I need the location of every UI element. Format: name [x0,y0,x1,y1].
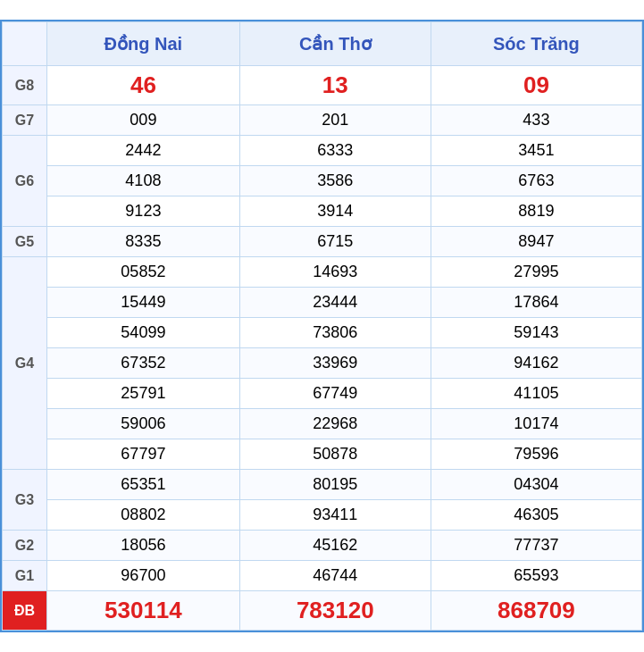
row-label: G1 [3,561,47,591]
table-row-db: ĐB530114783120868709 [3,591,642,631]
row-value-0: 4108 [47,166,240,196]
row-value-0: 96700 [47,561,240,591]
table-row: G7009201433 [3,105,642,136]
row-value-2: 3451 [431,136,641,166]
row-value-2: 41105 [431,379,641,409]
table-row: 088029341146305 [3,500,642,531]
row-value-0: 67352 [47,348,240,379]
row-value-2: 59143 [431,318,641,348]
row-value-db-0: 530114 [47,591,240,631]
row-value-1: 67749 [239,379,431,409]
row-value-1: 6333 [239,136,431,166]
row-value-0: 59006 [47,409,240,439]
table-row: G4058521469327995 [3,257,642,288]
row-label-db: ĐB [3,591,47,631]
row-value-2: 8947 [431,227,641,257]
table-row: G1967004674465593 [3,561,642,591]
row-value-0: 25791 [47,379,240,409]
row-value-db-2: 868709 [431,591,641,631]
table-row: 673523396994162 [3,348,642,379]
row-label: G8 [3,66,47,105]
row-value-2: 10174 [431,409,641,439]
row-value-2: 09 [431,66,641,105]
table-row: G8461309 [3,66,642,105]
row-label: G3 [3,470,47,531]
row-value-0: 46 [47,66,240,105]
row-value-2: 433 [431,105,641,136]
row-label: G6 [3,136,47,227]
row-value-1: 13 [239,66,431,105]
row-value-2: 27995 [431,257,641,288]
row-label: G5 [3,227,47,257]
table-row: 677975087879596 [3,439,642,470]
row-value-1: 201 [239,105,431,136]
row-value-2: 94162 [431,348,641,379]
table-row: 540997380659143 [3,318,642,348]
header-col1: Đồng Nai [47,22,240,66]
row-value-0: 08802 [47,500,240,531]
row-value-1: 3914 [239,196,431,227]
header-col2: Cần Thơ [239,22,431,66]
row-label: G4 [3,257,47,470]
row-value-1: 23444 [239,288,431,318]
table-row: G2180564516277737 [3,531,642,561]
row-value-2: 17864 [431,288,641,318]
table-row: 590062296810174 [3,409,642,439]
row-value-1: 73806 [239,318,431,348]
row-value-1: 33969 [239,348,431,379]
row-value-2: 79596 [431,439,641,470]
row-label: G2 [3,531,47,561]
table-row: 410835866763 [3,166,642,196]
table-row: 912339148819 [3,196,642,227]
row-value-1: 93411 [239,500,431,531]
row-value-0: 2442 [47,136,240,166]
lottery-table: Đồng Nai Cần Thơ Sóc Trăng G8461309G7009… [0,20,644,632]
row-value-0: 54099 [47,318,240,348]
row-value-0: 009 [47,105,240,136]
row-value-1: 3586 [239,166,431,196]
row-value-2: 8819 [431,196,641,227]
row-value-1: 6715 [239,227,431,257]
row-value-1: 50878 [239,439,431,470]
row-value-0: 8335 [47,227,240,257]
row-value-0: 05852 [47,257,240,288]
row-value-2: 6763 [431,166,641,196]
row-value-1: 80195 [239,470,431,500]
row-value-2: 04304 [431,470,641,500]
row-value-1: 22968 [239,409,431,439]
row-label: G7 [3,105,47,136]
header-col3: Sóc Trăng [431,22,641,66]
row-value-0: 9123 [47,196,240,227]
table-row: G5833567158947 [3,227,642,257]
row-value-db-1: 783120 [239,591,431,631]
table-row: 154492344417864 [3,288,642,318]
header-row: Đồng Nai Cần Thơ Sóc Trăng [3,22,642,66]
row-value-1: 14693 [239,257,431,288]
table-row: G3653518019504304 [3,470,642,500]
row-value-2: 65593 [431,561,641,591]
header-label [3,22,47,66]
row-value-1: 45162 [239,531,431,561]
row-value-2: 77737 [431,531,641,561]
row-value-0: 18056 [47,531,240,561]
row-value-0: 15449 [47,288,240,318]
table-row: 257916774941105 [3,379,642,409]
row-value-0: 65351 [47,470,240,500]
row-value-0: 67797 [47,439,240,470]
row-value-2: 46305 [431,500,641,531]
table-row: G6244263333451 [3,136,642,166]
row-value-1: 46744 [239,561,431,591]
